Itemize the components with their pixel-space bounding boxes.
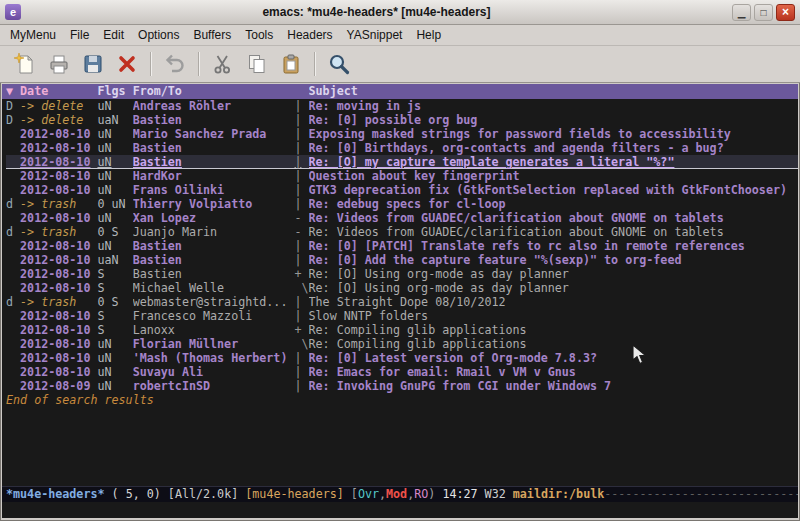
message-row[interactable]: 2012-08-10uNSuvayu Ali|Re: Emacs for ema… xyxy=(6,365,798,379)
mouse-cursor xyxy=(632,344,646,365)
column-header-flags[interactable]: Flgs xyxy=(97,84,132,99)
message-flags: 0 S xyxy=(97,295,132,309)
message-from: Bastien xyxy=(133,141,295,155)
message-row[interactable]: d-> trash0 Swebmaster@straightd...|The S… xyxy=(6,295,798,309)
message-row[interactable]: d-> trash0 uNThierry Volpiatto|Re: edebu… xyxy=(6,197,798,211)
message-subject: Re: [O] Using org-mode as day planner xyxy=(309,281,798,295)
mode-line-segment: maildir:/bulk xyxy=(513,487,604,501)
message-row[interactable]: 2012-08-10SMichael Welle \Re: [O] Using … xyxy=(6,281,798,295)
save-button[interactable] xyxy=(76,49,110,79)
message-subject: Re: [O] Using org-mode as day planner xyxy=(309,267,798,281)
copy-button[interactable] xyxy=(240,49,274,79)
message-mark xyxy=(6,281,20,295)
message-flags: S xyxy=(97,309,132,323)
message-flags: uN xyxy=(97,127,132,141)
message-row[interactable]: 2012-08-10uNHardKor|Question about key f… xyxy=(6,169,798,183)
menu-item-yasnippet[interactable]: YASnippet xyxy=(340,26,410,44)
message-flags: uN xyxy=(97,99,132,113)
message-subject: Re: [0] possible org bug xyxy=(309,113,798,127)
thread-indicator: | xyxy=(294,155,308,169)
header-line[interactable]: ▼ Date Flgs From/To Subject xyxy=(2,84,798,99)
message-row[interactable]: 2012-08-10uNBastien|Re: [0] Birthdays, o… xyxy=(6,141,798,155)
message-row[interactable]: 2012-08-10SBastien+Re: [O] Using org-mod… xyxy=(6,267,798,281)
message-date: 2012-08-10 xyxy=(20,183,97,197)
message-date: 2012-08-09 xyxy=(20,379,97,393)
menu-item-headers[interactable]: Headers xyxy=(280,26,339,44)
message-mark xyxy=(6,267,20,281)
column-header-from[interactable]: From/To xyxy=(133,84,295,99)
mode-line-segment: [ xyxy=(351,487,358,501)
thread-indicator: | xyxy=(294,239,308,253)
message-subject: Re: Invoking GnuPG from CGI under Window… xyxy=(309,379,798,393)
message-mark xyxy=(6,351,20,365)
menu-item-options[interactable]: Options xyxy=(131,26,186,44)
mode-line-segment: -------------------------------------- xyxy=(604,487,798,501)
message-flags: S xyxy=(97,281,132,295)
column-header-date[interactable]: Date xyxy=(20,84,97,99)
menu-item-buffers[interactable]: Buffers xyxy=(186,26,238,44)
message-from: Xan Lopez xyxy=(133,211,295,225)
message-row[interactable]: D-> deleteuaNBastien|Re: [0] possible or… xyxy=(6,113,798,127)
message-row[interactable]: 2012-08-10uNXan Lopez-Re: Videos from GU… xyxy=(6,211,798,225)
message-date: -> trash xyxy=(20,225,97,239)
message-row[interactable]: 2012-08-10SLanoxx+Re: Compiling glib app… xyxy=(6,323,798,337)
message-mark xyxy=(6,365,20,379)
mode-line-segment: [mu4e-headers] xyxy=(245,487,351,501)
message-row[interactable]: 2012-08-10uNBastien|Re: [O] my capture t… xyxy=(6,155,798,169)
message-mark xyxy=(6,323,20,337)
message-mark: D xyxy=(6,113,20,127)
mode-line-segment: ) xyxy=(428,487,442,501)
close-buffer-button[interactable] xyxy=(110,49,144,79)
thread-indicator: + xyxy=(294,267,308,281)
cut-button[interactable] xyxy=(206,49,240,79)
message-flags: uaN xyxy=(97,113,132,127)
message-row[interactable]: 2012-08-10uNBastien|Re: [0] [PATCH] Tran… xyxy=(6,239,798,253)
paste-button[interactable] xyxy=(274,49,308,79)
emacs-app-icon: e xyxy=(5,4,21,20)
message-from: Michael Welle xyxy=(133,281,295,295)
minimize-button[interactable]: ▁ xyxy=(732,4,751,21)
message-mark: D xyxy=(6,99,20,113)
close-button[interactable]: × xyxy=(776,4,795,21)
mode-line-segment: [All/2.0k] xyxy=(168,487,245,501)
message-row[interactable]: 2012-08-10uNMario Sanchez Prada|Exposing… xyxy=(6,127,798,141)
message-from: Bastien xyxy=(133,253,295,267)
message-subject: Re: moving in js xyxy=(309,99,798,113)
message-row[interactable]: 2012-08-09uNrobertcInSD|Re: Invoking Gnu… xyxy=(6,379,798,393)
message-row[interactable]: D-> deleteuNAndreas Röhler|Re: moving in… xyxy=(6,99,798,113)
paste-icon xyxy=(279,52,303,76)
title-bar: e emacs: *mu4e-headers* [mu4e-headers] ▁… xyxy=(0,0,800,25)
search-button[interactable] xyxy=(322,49,356,79)
menu-item-edit[interactable]: Edit xyxy=(96,26,131,44)
thread-indicator: | xyxy=(294,99,308,113)
new-file-button[interactable] xyxy=(8,49,42,79)
menu-item-help[interactable]: Help xyxy=(409,26,448,44)
message-row[interactable]: 2012-08-10uNFlorian Müllner \Re: Compili… xyxy=(6,337,798,351)
undo-button[interactable] xyxy=(158,49,192,79)
message-row[interactable]: d-> trash0 SJuanjo Marin-Re: Videos from… xyxy=(6,225,798,239)
message-subject: Re: [O] my capture template generates a … xyxy=(309,155,798,169)
message-row[interactable]: 2012-08-10uN'Mash (Thomas Herbert)|Re: [… xyxy=(6,351,798,365)
menu-item-mymenu[interactable]: MyMenu xyxy=(3,26,63,44)
print-button[interactable] xyxy=(42,49,76,79)
menu-item-file[interactable]: File xyxy=(63,26,96,44)
mode-line-segment: ( 5, 0) xyxy=(105,487,168,501)
message-date: 2012-08-10 xyxy=(20,211,97,225)
column-header-subject[interactable]: Subject xyxy=(309,84,798,99)
mode-line-segment: , xyxy=(379,487,386,501)
message-row[interactable]: 2012-08-10SFrancesco Mazzoli|Slow NNTP f… xyxy=(6,309,798,323)
minibuffer[interactable] xyxy=(2,502,798,518)
mu4e-headers-buffer: ▼ Date Flgs From/To Subject D-> deleteuN… xyxy=(2,84,798,518)
message-row[interactable]: 2012-08-10uaNBastien|Re: [0] Add the cap… xyxy=(6,253,798,267)
message-mark xyxy=(6,155,20,169)
message-date: 2012-08-10 xyxy=(20,267,97,281)
message-flags: uN xyxy=(97,183,132,197)
message-row[interactable]: 2012-08-10uNFrans Oilinki|GTK3 deprecati… xyxy=(6,183,798,197)
message-subject: Slow NNTP folders xyxy=(309,309,798,323)
maximize-button[interactable]: □ xyxy=(754,4,773,21)
message-flags: 0 S xyxy=(97,225,132,239)
message-subject: Question about key fingerprint xyxy=(309,169,798,183)
menu-item-tools[interactable]: Tools xyxy=(238,26,280,44)
message-flags: uN xyxy=(97,169,132,183)
mode-line-segment: 14:27 xyxy=(442,487,484,501)
